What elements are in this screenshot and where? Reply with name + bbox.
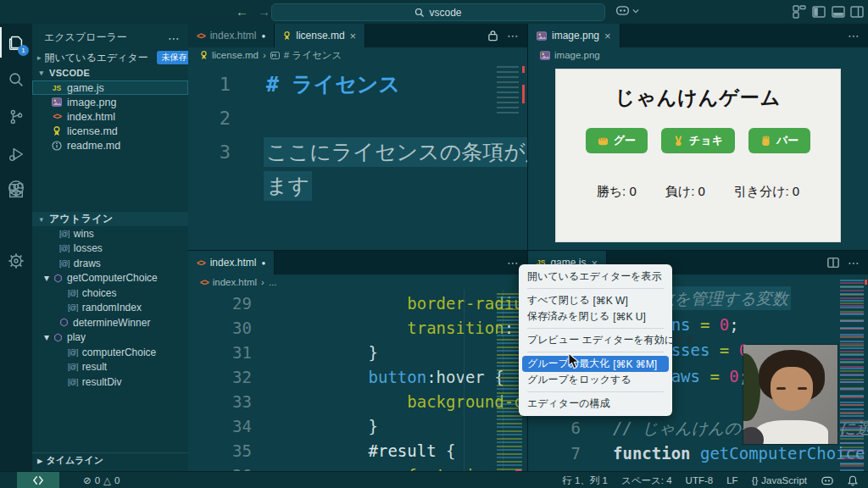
file-license-md[interactable]: license.md [32, 124, 188, 138]
close-icon[interactable]: × [604, 30, 611, 42]
menu-separator [527, 391, 664, 392]
scissors-icon [673, 136, 684, 147]
toggle-sidebar-icon[interactable] [812, 5, 826, 19]
outline-item-resultDiv[interactable]: [@]resultDiv [32, 374, 188, 390]
more-actions-icon[interactable]: ⋯ [507, 256, 519, 269]
menu-item-editor-layout[interactable]: エディターの構成 [522, 396, 669, 412]
unsaved-dot-icon[interactable]: ● [261, 259, 265, 267]
account-icon[interactable] [0, 169, 32, 207]
settings-gear-icon[interactable] [0, 242, 32, 280]
chevron-down-icon: ▾ [37, 69, 46, 77]
menu-item-enable-preview-editors[interactable]: プレビュー エディターを有効にする [522, 332, 669, 348]
outline-item-computerChoice[interactable]: [@]computerChoice [32, 345, 188, 360]
customize-layout-icon[interactable] [793, 5, 806, 19]
source-control-icon[interactable] [0, 98, 32, 136]
person-eye [798, 387, 807, 390]
preview-draws-count: 引き分け: 0 [734, 184, 799, 200]
tab-index-html[interactable]: <> index.html ● [188, 24, 275, 47]
webcam-overlay [743, 345, 837, 444]
tab-image-png[interactable]: image.png × [528, 24, 620, 47]
menu-item-show-open-editors[interactable]: 開いているエディターを表示 [522, 269, 669, 285]
bell-icon[interactable] [848, 475, 858, 486]
menu-item-lock-group[interactable]: グループをロックする [522, 372, 669, 388]
editor-group-image: image.png × ⋯ image.png じゃんけんゲーム グー チョキ [528, 24, 868, 250]
nav-back-icon[interactable]: ← [236, 4, 248, 19]
activity-bar: 1 [0, 24, 32, 471]
more-actions-icon[interactable]: ⋯ [507, 29, 519, 42]
cursor-position[interactable]: 行 1、列 1 [562, 474, 608, 487]
timeline-section[interactable]: ▸ タイムライン [32, 452, 188, 468]
more-actions-icon[interactable]: ⋯ [848, 256, 860, 269]
run-debug-icon[interactable] [0, 136, 32, 173]
chevron-right-icon: ▸ [37, 454, 43, 467]
tab-bar: <> index.html ● license.md × ⋯ [188, 24, 527, 47]
language-mode[interactable]: {} JavaScript [752, 475, 807, 485]
preview-wins-count: 勝ち: 0 [597, 184, 637, 200]
copilot-status-icon[interactable] [821, 475, 834, 486]
license-editor[interactable]: 1# ライセンス 2 3ここにライセンスの条項が入り ます [188, 63, 527, 250]
toggle-secondary-sidebar-icon[interactable] [850, 5, 864, 19]
more-actions-icon[interactable]: ⋯ [848, 29, 860, 42]
image-file-icon [540, 51, 550, 60]
file-readme-md[interactable]: readme.md [32, 138, 188, 152]
warning-icon: △ [103, 474, 111, 486]
split-editor-icon[interactable] [827, 257, 839, 269]
file-game-js[interactable]: JS game.js [32, 80, 188, 95]
menu-separator [527, 288, 664, 289]
outline-item-wins[interactable]: [@]wins [32, 226, 188, 241]
chevron-down-icon [632, 8, 639, 14]
file-index-html[interactable]: <> index.html [32, 109, 188, 124]
copilot-menu[interactable] [615, 4, 639, 17]
search-value: vscode [429, 7, 461, 19]
outline-item-losses[interactable]: [@]losses [32, 241, 188, 257]
outline-item-play[interactable]: ▾play [32, 330, 188, 346]
markdown-symbol-icon [270, 52, 280, 59]
minimap[interactable] [840, 280, 864, 472]
outline-item-randomIndex[interactable]: [@]randomIndex [32, 301, 188, 316]
folder-section[interactable]: ▾ VSCODE [32, 65, 188, 80]
open-editors-section[interactable]: ▸ 開いているエディター 未保存 (1) [32, 50, 188, 65]
eol-sequence[interactable]: LF [726, 475, 737, 485]
variable-icon: [@] [68, 378, 78, 386]
outline-item-draws[interactable]: [@]draws [32, 256, 188, 271]
breadcrumb[interactable]: image.png [528, 47, 868, 63]
menu-item-close-all[interactable]: すべて閉じる[⌘K W] [522, 292, 669, 308]
encoding[interactable]: UTF-8 [686, 475, 714, 485]
menu-item-close-saved[interactable]: 保存済みを閉じる[⌘K U] [522, 308, 669, 324]
outline-section-header[interactable]: ▾ アウトライン [32, 212, 188, 226]
variable-icon: [@] [59, 259, 70, 268]
tab-bar: image.png × ⋯ [528, 24, 868, 47]
toggle-panel-icon[interactable] [832, 5, 845, 19]
image-preview: じゃんけんゲーム グー チョキ パー 勝ち: 0 負け: 0 引き分け: 0 [556, 69, 840, 241]
close-icon[interactable]: × [350, 30, 357, 42]
problems-indicator[interactable]: ⊘ 0 △ 0 [83, 474, 120, 486]
indentation[interactable]: スペース: 4 [621, 474, 672, 487]
search-view-icon[interactable] [0, 61, 32, 98]
remote-indicator[interactable] [17, 472, 59, 488]
warning-count: 0 [114, 475, 120, 485]
status-bar: ⊘ 0 △ 0 行 1、列 1 スペース: 4 UTF-8 LF {} Java… [0, 471, 868, 488]
breadcrumb[interactable]: license.md › # ライセンス [188, 47, 527, 63]
file-image-png[interactable]: image.png [32, 95, 188, 109]
html-editor[interactable]: 29 border-radius: 30 transition: 31 } 32… [188, 290, 527, 472]
outline-item-choices[interactable]: [@]choices [32, 286, 188, 301]
function-icon [59, 318, 69, 327]
explorer-icon[interactable]: 1 [0, 24, 32, 61]
breadcrumb[interactable]: <> index.html › ... [188, 274, 527, 290]
outline-item-determineWinner[interactable]: determineWinner [32, 315, 188, 330]
outline-item-getComputerChoice[interactable]: ▾getComputerChoice [32, 271, 188, 286]
tab-index-html[interactable]: <> index.html ● [188, 251, 275, 274]
minimap[interactable] [497, 66, 519, 117]
command-center-search[interactable]: vscode [271, 3, 605, 21]
tab-license-md[interactable]: license.md × [275, 24, 365, 47]
unsaved-dot-icon[interactable]: ● [261, 32, 265, 40]
image-file-icon [51, 97, 63, 107]
preview-scissors-button: チョキ [661, 128, 735, 153]
error-count: 0 [95, 475, 100, 485]
sidebar-more-icon[interactable]: ⋯ [168, 31, 180, 45]
outline-item-result[interactable]: [@]result [32, 360, 188, 375]
nav-forward-icon[interactable]: → [258, 4, 270, 19]
function-icon [53, 274, 63, 283]
menu-item-maximize-group[interactable]: グループの最大化[⌘K ⌘M] [522, 356, 669, 372]
lock-icon[interactable] [487, 30, 498, 42]
